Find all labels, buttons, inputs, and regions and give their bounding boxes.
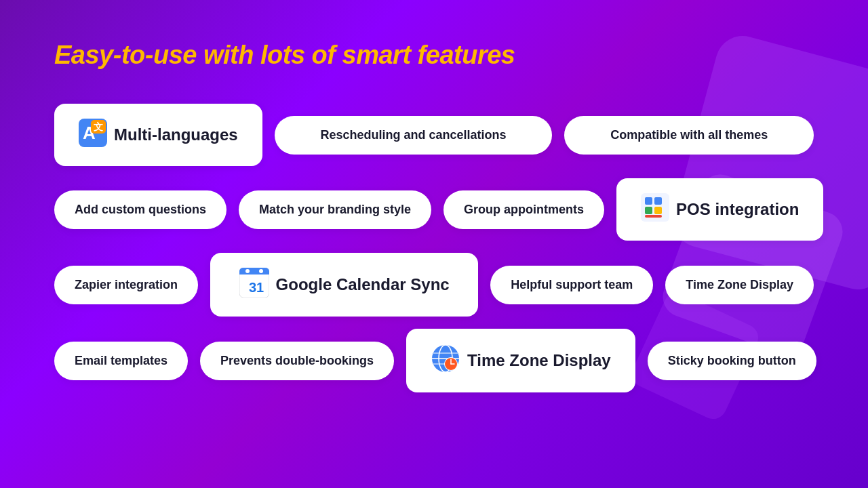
feature-row-3: Zapier integration 31 Google Calen — [54, 253, 814, 317]
feature-chip-custom-questions[interactable]: Add custom questions — [54, 190, 226, 229]
svg-rect-6 — [654, 197, 662, 205]
feature-chip-sticky-booking[interactable]: Sticky booking button — [648, 342, 816, 380]
translate-icon: A 文 — [79, 119, 107, 151]
feature-chip-group-appointments[interactable]: Group appointments — [443, 190, 604, 229]
feature-chip-support[interactable]: Helpful support team — [490, 266, 653, 304]
feature-label-timezone-large: Time Zone Display — [467, 351, 611, 370]
svg-point-13 — [245, 269, 250, 273]
svg-rect-9 — [645, 215, 662, 218]
feature-label-pos-integration: POS integration — [676, 200, 799, 219]
feature-chip-email-templates[interactable]: Email templates — [54, 342, 188, 380]
feature-chip-branding[interactable]: Match your branding style — [239, 190, 431, 229]
feature-label-custom-questions: Add custom questions — [75, 203, 206, 217]
google-calendar-icon: 31 — [239, 268, 269, 302]
feature-label-timezone-small: Time Zone Display — [686, 278, 793, 292]
svg-text:31: 31 — [249, 280, 264, 295]
feature-label-support: Helpful support team — [511, 278, 633, 292]
feature-label-multi-languages: Multi-languages — [114, 125, 238, 144]
svg-rect-5 — [645, 197, 652, 205]
svg-point-14 — [259, 269, 263, 273]
feature-chip-timezone-small[interactable]: Time Zone Display — [665, 266, 814, 304]
feature-row-2: Add custom questions Match your branding… — [54, 178, 814, 241]
feature-label-gcal: Google Calendar Sync — [276, 275, 450, 294]
feature-chip-compatible-themes[interactable]: Compatible with all themes — [564, 116, 814, 155]
feature-label-compatible-themes: Compatible with all themes — [610, 128, 768, 142]
feature-chip-timezone-large[interactable]: Time Zone Display — [406, 329, 635, 392]
svg-rect-7 — [645, 207, 652, 214]
feature-label-branding: Match your branding style — [259, 203, 411, 217]
feature-chip-zapier[interactable]: Zapier integration — [54, 266, 198, 304]
feature-chip-double-bookings[interactable]: Prevents double-bookings — [200, 342, 394, 380]
feature-chip-multi-languages[interactable]: A 文 Multi-languages — [54, 104, 262, 166]
svg-rect-8 — [654, 207, 662, 214]
pos-icon — [641, 193, 669, 226]
feature-chip-rescheduling[interactable]: Rescheduling and cancellations — [275, 116, 553, 155]
feature-label-sticky-booking: Sticky booking button — [668, 354, 796, 368]
feature-label-double-bookings: Prevents double-bookings — [220, 354, 374, 368]
globe-icon — [431, 344, 460, 378]
feature-label-rescheduling: Rescheduling and cancellations — [320, 128, 506, 142]
svg-rect-12 — [239, 271, 269, 274]
feature-row-4: Email templates Prevents double-bookings — [54, 329, 814, 392]
feature-label-group-appointments: Group appointments — [464, 203, 584, 217]
feature-label-zapier: Zapier integration — [75, 278, 178, 292]
features-grid: A 文 Multi-languages Rescheduling and can… — [54, 104, 814, 392]
feature-chip-pos-integration[interactable]: POS integration — [616, 178, 823, 241]
feature-chip-gcal[interactable]: 31 Google Calendar Sync — [210, 253, 478, 317]
feature-row-1: A 文 Multi-languages Rescheduling and can… — [54, 104, 814, 166]
svg-text:文: 文 — [94, 121, 103, 132]
page-title: Easy-to-use with lots of smart features — [54, 41, 814, 70]
feature-label-email-templates: Email templates — [75, 354, 167, 368]
